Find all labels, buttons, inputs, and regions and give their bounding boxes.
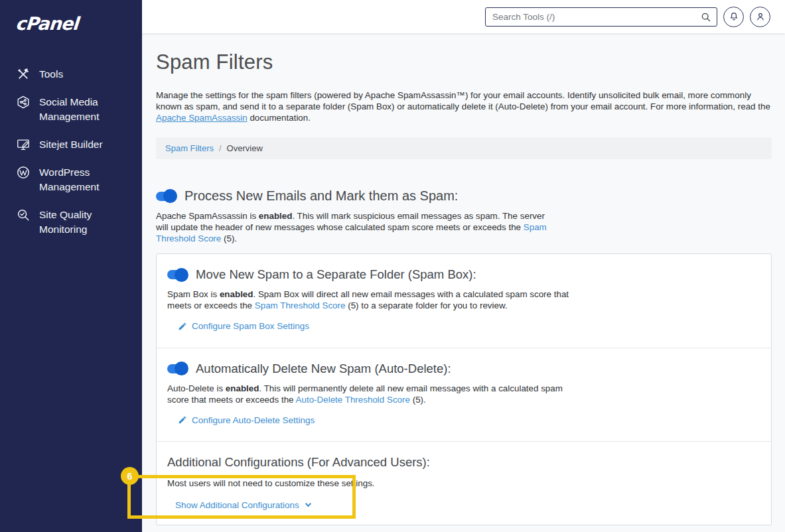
sidebar-item-label: Social Media Management bbox=[39, 95, 132, 124]
page-content: Spam Filters Manage the settings for the… bbox=[142, 33, 785, 532]
pencil-icon bbox=[178, 415, 187, 425]
toggle-knob bbox=[163, 189, 177, 203]
bell-icon bbox=[729, 11, 739, 22]
search-icon[interactable] bbox=[700, 11, 712, 23]
main-column: Spam Filters Manage the settings for the… bbox=[142, 0, 785, 532]
spam-box-heading: Move New Spam to a Separate Folder (Spam… bbox=[196, 267, 476, 282]
auto-delete-heading: Automatically Delete New Spam (Auto-Dele… bbox=[196, 362, 451, 376]
configure-auto-delete-link[interactable]: Configure Auto-Delete Settings bbox=[178, 415, 315, 425]
action-label: Show Additional Configurations bbox=[175, 500, 299, 510]
show-additional-configurations-link[interactable]: Show Additional Configurations bbox=[175, 500, 313, 510]
page-description: Manage the settings for the spam filters… bbox=[156, 90, 772, 123]
toggle-knob bbox=[175, 268, 188, 282]
process-new-emails-description: Apache SpamAssassin is enabled. This wil… bbox=[156, 210, 554, 244]
configure-spam-box-link[interactable]: Configure Spam Box Settings bbox=[178, 321, 309, 331]
tools-icon bbox=[16, 67, 31, 82]
topbar bbox=[142, 0, 785, 33]
text-segment: (5) to a separate folder for you to revi… bbox=[345, 300, 507, 310]
notifications-button[interactable] bbox=[723, 7, 744, 27]
account-button[interactable] bbox=[750, 7, 770, 27]
text-segment: enabled bbox=[259, 211, 293, 221]
text-segment: enabled bbox=[226, 383, 259, 393]
breadcrumb-link-spam-filters[interactable]: Spam Filters bbox=[165, 143, 214, 153]
sidebar-item-label: WordPress Management bbox=[39, 165, 132, 194]
breadcrumb-current: Overview bbox=[227, 143, 263, 153]
process-new-emails-heading: Process New Emails and Mark them as Spam… bbox=[184, 188, 458, 204]
chevron-down-icon bbox=[304, 501, 313, 509]
search-box bbox=[485, 7, 717, 27]
sidebar-item-social-media-management[interactable]: Social Media Management bbox=[0, 88, 142, 131]
spam-settings-card: Move New Spam to a Separate Folder (Spam… bbox=[156, 253, 772, 525]
text-segment: Most users will not need to customize th… bbox=[167, 478, 375, 488]
site-quality-icon bbox=[16, 208, 31, 222]
inline-link[interactable]: Auto-Delete Threshold Score bbox=[296, 395, 410, 405]
spam-box-section: Move New Spam to a Separate Folder (Spam… bbox=[157, 254, 771, 348]
auto-delete-description: Auto-Delete is enabled. This will perman… bbox=[167, 383, 573, 405]
auto-delete-section: Automatically Delete New Spam (Auto-Dele… bbox=[157, 348, 771, 442]
action-label: Configure Auto-Delete Settings bbox=[192, 415, 315, 425]
search-input[interactable] bbox=[485, 7, 717, 27]
toggle-knob bbox=[175, 362, 188, 375]
sidebar-item-wordpress-management[interactable]: WordPress Management bbox=[0, 159, 142, 201]
sidebar-item-label: Site Quality Monitoring bbox=[39, 208, 132, 237]
text-segment: enabled bbox=[220, 289, 253, 299]
spam-box-description: Spam Box is enabled. Spam Box will direc… bbox=[167, 289, 573, 311]
auto-delete-toggle[interactable] bbox=[167, 364, 187, 373]
spam-box-toggle[interactable] bbox=[167, 270, 187, 279]
sidebar-item-site-quality-monitoring[interactable]: Site Quality Monitoring bbox=[0, 201, 142, 243]
sidebar: cPanel Tools bbox=[0, 0, 142, 532]
sitejet-builder-icon bbox=[16, 137, 31, 152]
text-segment: Manage the settings for the spam filters… bbox=[156, 90, 770, 111]
wordpress-icon bbox=[16, 165, 31, 180]
text-segment: Apache SpamAssassin is bbox=[156, 211, 259, 221]
breadcrumb-separator: / bbox=[219, 143, 222, 153]
process-new-emails-section: Process New Emails and Mark them as Spam… bbox=[156, 188, 772, 244]
additional-configurations-section: Additional Configurations (For Advanced … bbox=[157, 442, 771, 525]
sidebar-item-sitejet-builder[interactable]: Sitejet Builder bbox=[0, 131, 142, 159]
pencil-icon bbox=[178, 322, 187, 331]
app-window: cPanel Tools bbox=[0, 0, 785, 532]
text-segment: documentation. bbox=[248, 113, 311, 123]
text-segment: Spam Box is bbox=[167, 289, 220, 299]
user-icon bbox=[755, 11, 766, 22]
action-label: Configure Spam Box Settings bbox=[192, 321, 309, 331]
additional-configurations-heading: Additional Configurations (For Advanced … bbox=[167, 455, 760, 470]
text-segment: (5). bbox=[221, 233, 237, 243]
sidebar-item-label: Sitejet Builder bbox=[39, 137, 103, 152]
sidebar-item-tools[interactable]: Tools bbox=[0, 60, 142, 88]
sidebar-nav: Tools Social Media Management bbox=[0, 60, 142, 243]
sidebar-item-label: Tools bbox=[39, 67, 63, 82]
text-segment: Auto-Delete is bbox=[167, 383, 226, 393]
breadcrumb: Spam Filters / Overview bbox=[156, 137, 772, 159]
social-media-icon bbox=[16, 95, 31, 109]
inline-link[interactable]: Apache SpamAssassin bbox=[156, 113, 248, 123]
cpanel-logo[interactable]: cPanel bbox=[0, 0, 143, 34]
additional-configurations-description: Most users will not need to customize th… bbox=[167, 478, 573, 489]
text-segment: (5). bbox=[410, 395, 426, 405]
inline-link[interactable]: Spam Threshold Score bbox=[255, 300, 346, 310]
process-new-emails-toggle[interactable] bbox=[156, 192, 176, 201]
page-title: Spam Filters bbox=[156, 50, 772, 74]
